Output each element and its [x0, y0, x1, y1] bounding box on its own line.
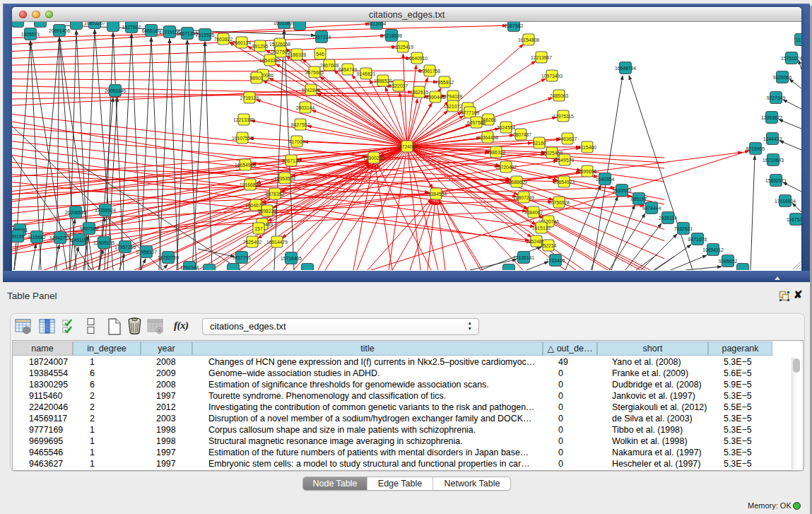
svg-text:12975115: 12975115: [553, 114, 574, 119]
svg-text:19166829: 19166829: [240, 182, 261, 187]
svg-text:12213967: 12213967: [531, 55, 552, 60]
svg-text:9457791: 9457791: [233, 255, 252, 260]
svg-text:1167533: 1167533: [787, 217, 801, 222]
svg-text:8215955: 8215955: [746, 146, 765, 151]
svg-text:417004: 417004: [289, 139, 305, 144]
svg-text:10973493: 10973493: [541, 74, 563, 78]
svg-text:15720407: 15720407: [495, 165, 517, 170]
svg-text:9245652: 9245652: [719, 259, 738, 264]
svg-text:8990448: 8990448: [426, 95, 445, 100]
svg-text:9084067: 9084067: [524, 210, 543, 215]
svg-text:2803144: 2803144: [296, 105, 315, 110]
svg-text:1244413: 1244413: [763, 136, 782, 141]
svg-text:9474444: 9474444: [642, 206, 661, 211]
svg-text:62160: 62160: [533, 141, 546, 146]
svg-text:1112: 1112: [796, 37, 801, 42]
svg-text:15692971: 15692971: [765, 178, 787, 183]
svg-text:7485063: 7485063: [550, 93, 569, 98]
svg-text:10807487: 10807487: [510, 132, 531, 137]
svg-text:3267130: 3267130: [282, 158, 301, 163]
svg-text:12093872: 12093872: [761, 115, 782, 120]
svg-text:7625402: 7625402: [243, 240, 262, 245]
svg-text:2549579: 2549579: [555, 158, 575, 163]
svg-text:10654112: 10654112: [702, 247, 724, 252]
svg-text:16640910: 16640910: [406, 56, 428, 61]
svg-text:9997588: 9997588: [80, 226, 99, 231]
svg-text:16543362: 16543362: [259, 58, 281, 63]
svg-text:546: 546: [316, 52, 324, 57]
svg-text:2718126: 2718126: [240, 95, 259, 100]
svg-text:8813054: 8813054: [367, 22, 387, 26]
svg-text:9242848: 9242848: [302, 88, 321, 93]
svg-text:16671355: 16671355: [177, 31, 198, 36]
svg-text:5698222: 5698222: [258, 209, 277, 214]
svg-text:1588520: 1588520: [374, 78, 393, 83]
svg-text:10756928: 10756928: [548, 200, 570, 205]
svg-text:10853267: 10853267: [84, 22, 105, 25]
svg-text:8471676: 8471676: [688, 237, 707, 242]
svg-text:7357224: 7357224: [312, 35, 331, 40]
svg-text:12213389: 12213389: [233, 117, 254, 122]
svg-text:16033809: 16033809: [273, 22, 295, 25]
svg-text:16654966: 16654966: [235, 163, 256, 168]
svg-text:19654923: 19654923: [553, 180, 575, 185]
svg-text:9329966: 9329966: [773, 75, 792, 80]
svg-text:9463627: 9463627: [558, 136, 577, 141]
svg-text:18807249: 18807249: [513, 195, 534, 200]
svg-text:7515526: 7515526: [196, 33, 215, 37]
svg-text:11451194: 11451194: [69, 238, 89, 243]
svg-text:18724007: 18724007: [396, 144, 418, 149]
svg-text:16782759: 16782759: [158, 255, 179, 260]
svg-text:19218586: 19218586: [381, 33, 402, 38]
svg-text:6794028: 6794028: [444, 94, 463, 99]
svg-text:1292344: 1292344: [180, 265, 199, 270]
svg-text:1527602: 1527602: [122, 25, 141, 30]
svg-text:12353594: 12353594: [274, 176, 295, 181]
svg-text:2867608: 2867608: [320, 63, 339, 68]
svg-text:16210643: 16210643: [763, 158, 784, 163]
svg-text:17957255: 17957255: [114, 245, 136, 250]
svg-text:157: 157: [254, 226, 263, 231]
svg-text:7632621: 7632621: [674, 226, 693, 231]
svg-text:10688609: 10688609: [506, 180, 527, 185]
svg-text:1115682: 1115682: [28, 235, 46, 240]
svg-text:9227349: 9227349: [767, 95, 786, 100]
svg-text:13325419: 13325419: [392, 45, 413, 49]
svg-text:1640954: 1640954: [596, 177, 615, 182]
svg-text:8454749: 8454749: [339, 67, 358, 72]
svg-text:20206535: 20206535: [65, 210, 86, 215]
svg-text:7663822: 7663822: [214, 37, 233, 42]
svg-text:16154808: 16154808: [518, 37, 539, 42]
svg-text:14136141: 14136141: [513, 255, 534, 260]
svg-text:5322037: 5322037: [389, 83, 408, 88]
svg-text:16914479: 16914479: [266, 240, 288, 245]
svg-text:5933923: 5933923: [613, 188, 632, 193]
svg-text:16107553: 16107553: [232, 136, 253, 141]
svg-text:17359924: 17359924: [95, 208, 116, 213]
svg-text:891295: 891295: [252, 44, 269, 49]
svg-text:12505135: 12505135: [93, 240, 114, 245]
svg-text:98901: 98901: [250, 76, 264, 81]
svg-text:15716485: 15716485: [281, 256, 302, 261]
svg-text:20364436: 20364436: [477, 135, 498, 140]
svg-text:26053346: 26053346: [105, 88, 126, 93]
svg-text:8427552: 8427552: [291, 122, 310, 127]
svg-text:39159: 39159: [12, 234, 25, 239]
svg-text:19384554: 19384554: [425, 192, 447, 197]
svg-text:9146821: 9146821: [357, 71, 376, 76]
svg-text:2935114: 2935114: [659, 216, 677, 221]
svg-text:889197: 889197: [631, 197, 647, 201]
svg-text:17016504: 17016504: [775, 199, 796, 204]
svg-text:9777169: 9777169: [461, 110, 480, 115]
svg-text:1733426: 1733426: [546, 258, 565, 263]
svg-text:252214: 252214: [541, 243, 557, 248]
svg-text:10958107: 10958107: [136, 250, 157, 255]
svg-text:18300295: 18300295: [363, 156, 384, 160]
svg-text:9660124: 9660124: [233, 40, 252, 45]
svg-text:1615132: 1615132: [532, 226, 551, 230]
svg-text:7986322: 7986322: [487, 150, 506, 155]
svg-text:2087682: 2087682: [505, 23, 524, 28]
svg-text:8878352: 8878352: [266, 192, 285, 197]
svg-text:6497568: 6497568: [467, 120, 486, 125]
svg-text:16648784: 16648784: [615, 66, 636, 71]
